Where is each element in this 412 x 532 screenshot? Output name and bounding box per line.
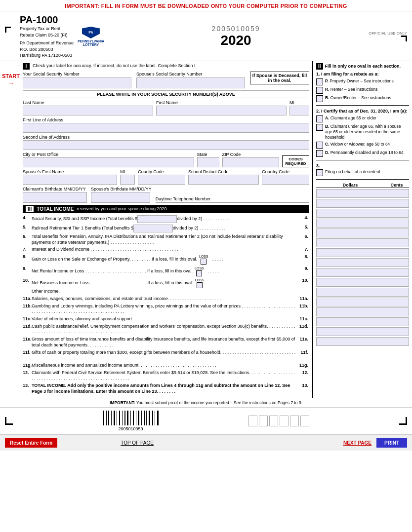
next-page-button[interactable]: NEXT PAGE xyxy=(217,438,376,448)
county-code-input[interactable] xyxy=(138,175,185,185)
country-code-input[interactable] xyxy=(262,175,309,185)
address1-input[interactable] xyxy=(23,123,309,133)
reset-button[interactable]: Reset Entire Form xyxy=(5,438,57,448)
income-line-7: 7. Interest and Dividend Income . . . . … xyxy=(23,247,309,253)
input-line-6[interactable] xyxy=(316,209,409,218)
section-iii-header: III TOTAL INCOME received by you and you… xyxy=(23,205,309,213)
input-line-5[interactable] xyxy=(316,199,409,208)
mi2-input[interactable] xyxy=(120,175,135,185)
scan-boxes xyxy=(248,416,309,426)
left-column: I Check your label for accuracy. If inco… xyxy=(20,61,313,398)
form-subtitle: Property Tax or Rent Rebate Claim 05-20 … xyxy=(20,26,74,38)
state-block: State xyxy=(197,152,219,167)
scan-box-6 xyxy=(300,416,309,426)
claimant-birth-label: Claimant's Birthdate MM/DD/YY xyxy=(23,187,87,191)
q2-options: A. Claimant age 65 or older B. Claimant … xyxy=(316,115,409,157)
input-line-7[interactable] xyxy=(316,219,409,228)
input-line-4[interactable] xyxy=(316,189,409,198)
form-number: PA-1000 xyxy=(20,14,74,26)
mi-input[interactable] xyxy=(289,106,309,115)
section-ii-header: II Fill in only one oval in each section… xyxy=(316,63,409,70)
input-line-9[interactable] xyxy=(316,238,409,247)
q1-oval-r[interactable] xyxy=(316,87,323,94)
input-line-8[interactable] xyxy=(316,228,409,237)
input-line-11d[interactable] xyxy=(316,288,409,297)
city-label: City or Post Office xyxy=(23,152,194,157)
q2-oval-d[interactable] xyxy=(316,150,323,157)
input-line-13[interactable] xyxy=(316,337,409,346)
spouse-birth-label: Spouse's Birthdate MM/DD/YY xyxy=(91,187,152,191)
spouse-birth-input[interactable] xyxy=(91,192,150,203)
lottery-logo: PA PENNSYLVANIA LOTTERY xyxy=(79,27,103,46)
right-input-11e xyxy=(316,298,409,306)
input-line-11f[interactable] xyxy=(316,307,409,316)
scan-box-3 xyxy=(269,416,278,426)
loss-oval-10[interactable] xyxy=(197,282,203,288)
input-line-11e[interactable] xyxy=(316,298,409,306)
zip-label: ZIP Code xyxy=(222,152,280,157)
q2-option-c: C. Widow or widower, age 50 to 64 xyxy=(316,142,409,149)
q2-oval-c[interactable] xyxy=(316,142,323,149)
barcode-area: 2005010059 xyxy=(103,411,159,431)
last-name-input[interactable] xyxy=(23,106,153,115)
input-line-11c[interactable] xyxy=(316,278,409,287)
address2-input[interactable] xyxy=(23,140,309,150)
zip-input[interactable] xyxy=(222,157,280,167)
right-input-8 xyxy=(316,228,409,237)
city-input[interactable] xyxy=(23,157,194,167)
mi-label: MI xyxy=(289,100,309,105)
q1-oval-b[interactable] xyxy=(316,95,323,102)
school-district-input[interactable] xyxy=(188,175,259,185)
income-lines: 4. Social Security, SSI and SSP Income (… xyxy=(23,215,309,394)
input-line-12[interactable] xyxy=(316,327,409,336)
first-name-input[interactable] xyxy=(156,106,287,115)
right-input-13 xyxy=(316,337,409,346)
form-id: 2005010059 xyxy=(103,25,369,33)
q3-label: 3. xyxy=(316,163,409,168)
form-id-block: PA-1000 Property Tax or Rent Rebate Clai… xyxy=(20,14,74,59)
top-of-page-button[interactable]: TOP OF PAGE xyxy=(57,438,217,448)
input-line-10[interactable] xyxy=(316,248,409,257)
rr-total-input[interactable] xyxy=(133,225,173,232)
right-input-4 xyxy=(316,189,409,198)
q2-oval-a[interactable] xyxy=(316,115,323,122)
mi2-block: MI xyxy=(120,169,135,185)
footer-note: IMPORTANT: You must submit proof of the … xyxy=(0,398,412,407)
loss-oval-8[interactable] xyxy=(201,259,206,265)
state-label: State xyxy=(197,152,219,157)
income-line-12: 12. Claimants with Federal Civil Service… xyxy=(23,370,309,381)
q1-options: P. Property Owner – See instructions R. … xyxy=(316,78,409,102)
name-row: Last Name First Name MI xyxy=(23,100,309,115)
q2-label: 2. I Certify that as of Dec. 31, 2020, I… xyxy=(316,109,409,114)
q1-oval-p[interactable] xyxy=(316,78,323,85)
right-input-11a xyxy=(316,258,409,267)
first-name-block: First Name xyxy=(156,100,287,115)
q3-option: Filing on behalf of a decedent xyxy=(316,169,409,176)
city-block: City or Post Office xyxy=(23,152,194,167)
county-code-block: County Code xyxy=(138,169,185,185)
corner-bl-mark xyxy=(5,417,13,425)
scan-box-5 xyxy=(290,416,299,426)
spouse-first-input[interactable] xyxy=(23,175,117,185)
input-line-11g[interactable] xyxy=(316,317,409,326)
phone-input[interactable] xyxy=(156,202,309,203)
ss-total-input[interactable] xyxy=(137,215,177,223)
q2-oval-b[interactable] xyxy=(316,124,323,131)
income-line-11e: 11e. Gross amount of loss of time insura… xyxy=(23,337,309,348)
right-input-9 xyxy=(316,238,409,247)
income-line-11d: 11d. Cash public assistance/relief. Unem… xyxy=(23,324,309,335)
income-line-10: 10. Net Business Income or Loss . . . . … xyxy=(23,278,309,295)
loss-oval-9[interactable] xyxy=(196,270,202,276)
q3-oval[interactable] xyxy=(316,169,323,176)
spouse-ssn-input[interactable] xyxy=(136,77,245,88)
your-ssn-input[interactable] xyxy=(23,77,131,88)
state-input[interactable] xyxy=(197,157,219,167)
print-button[interactable]: PRINT xyxy=(376,438,407,448)
main-body: I Check your label for accuracy. If inco… xyxy=(0,61,412,398)
input-line-11a[interactable] xyxy=(316,258,409,267)
page: IMPORTANT: FILL IN FORM MUST BE DOWNLOAD… xyxy=(0,0,412,532)
spouse-birth-block: Spouse's Birthdate MM/DD/YY xyxy=(91,187,152,203)
input-line-11b[interactable] xyxy=(316,268,409,277)
section-i-badge: I xyxy=(23,63,30,70)
claimant-birth-input[interactable] xyxy=(23,192,87,203)
